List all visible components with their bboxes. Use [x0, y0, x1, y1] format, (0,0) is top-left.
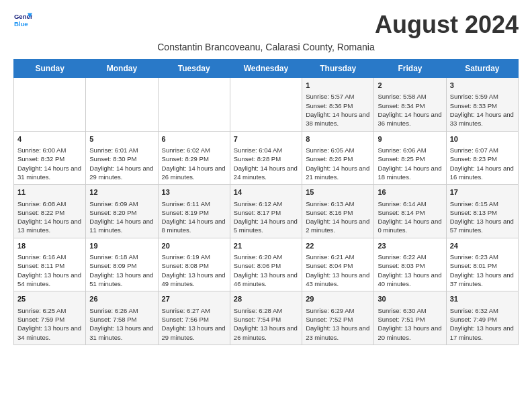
cell-info: Sunrise: 6:16 AM Sunset: 8:11 PM Dayligh… — [17, 253, 82, 288]
cell-info: Sunrise: 6:02 AM Sunset: 8:29 PM Dayligh… — [162, 146, 226, 181]
day-number: 16 — [378, 187, 442, 197]
weekday-header: Tuesday — [158, 60, 230, 78]
day-number: 10 — [450, 134, 515, 144]
day-number: 4 — [17, 134, 82, 144]
weekday-header: Friday — [374, 60, 446, 78]
svg-text:Blue: Blue — [14, 20, 28, 28]
calendar-table: SundayMondayTuesdayWednesdayThursdayFrid… — [13, 59, 519, 345]
calendar-cell: 29Sunrise: 6:29 AM Sunset: 7:52 PM Dayli… — [302, 291, 374, 345]
cell-info: Sunrise: 6:21 AM Sunset: 8:04 PM Dayligh… — [306, 253, 370, 288]
cell-info: Sunrise: 6:32 AM Sunset: 7:49 PM Dayligh… — [450, 306, 515, 342]
day-number: 30 — [378, 294, 442, 304]
cell-info: Sunrise: 6:08 AM Sunset: 8:22 PM Dayligh… — [17, 199, 82, 235]
calendar-cell: 3Sunrise: 5:59 AM Sunset: 8:33 PM Daylig… — [446, 78, 518, 132]
calendar-cell: 25Sunrise: 6:25 AM Sunset: 7:59 PM Dayli… — [14, 291, 86, 345]
calendar-cell: 14Sunrise: 6:12 AM Sunset: 8:17 PM Dayli… — [230, 185, 302, 238]
calendar-cell: 10Sunrise: 6:07 AM Sunset: 8:23 PM Dayli… — [446, 131, 518, 185]
calendar-cell: 18Sunrise: 6:16 AM Sunset: 8:11 PM Dayli… — [14, 238, 86, 291]
cell-info: Sunrise: 5:59 AM Sunset: 8:33 PM Dayligh… — [450, 92, 515, 128]
calendar-cell — [158, 78, 230, 132]
calendar-cell: 9Sunrise: 6:06 AM Sunset: 8:25 PM Daylig… — [374, 131, 446, 185]
cell-info: Sunrise: 6:12 AM Sunset: 8:17 PM Dayligh… — [234, 199, 298, 235]
calendar-cell: 16Sunrise: 6:14 AM Sunset: 8:14 PM Dayli… — [374, 185, 446, 238]
day-number: 20 — [162, 241, 226, 251]
calendar-cell: 1Sunrise: 5:57 AM Sunset: 8:36 PM Daylig… — [302, 78, 374, 132]
cell-info: Sunrise: 5:58 AM Sunset: 8:34 PM Dayligh… — [378, 92, 442, 128]
day-number: 22 — [306, 241, 370, 251]
cell-info: Sunrise: 6:22 AM Sunset: 8:03 PM Dayligh… — [378, 253, 442, 288]
cell-info: Sunrise: 6:19 AM Sunset: 8:08 PM Dayligh… — [162, 253, 226, 288]
cell-info: Sunrise: 6:05 AM Sunset: 8:26 PM Dayligh… — [306, 146, 370, 181]
day-number: 3 — [450, 81, 515, 91]
calendar-cell: 15Sunrise: 6:13 AM Sunset: 8:16 PM Dayli… — [302, 185, 374, 238]
day-number: 21 — [234, 241, 298, 251]
cell-info: Sunrise: 6:25 AM Sunset: 7:59 PM Dayligh… — [17, 306, 82, 342]
day-number: 19 — [89, 241, 154, 251]
calendar-cell: 22Sunrise: 6:21 AM Sunset: 8:04 PM Dayli… — [302, 238, 374, 291]
logo: General Blue — [13, 11, 32, 30]
day-number: 25 — [17, 294, 82, 304]
cell-info: Sunrise: 6:11 AM Sunset: 8:19 PM Dayligh… — [162, 199, 226, 235]
calendar-cell: 21Sunrise: 6:20 AM Sunset: 8:06 PM Dayli… — [230, 238, 302, 291]
day-number: 11 — [17, 187, 82, 197]
cell-info: Sunrise: 6:26 AM Sunset: 7:58 PM Dayligh… — [89, 306, 154, 342]
cell-info: Sunrise: 6:14 AM Sunset: 8:14 PM Dayligh… — [378, 199, 442, 235]
day-number: 1 — [306, 81, 370, 91]
cell-info: Sunrise: 6:23 AM Sunset: 8:01 PM Dayligh… — [450, 253, 515, 288]
day-number: 15 — [306, 187, 370, 197]
calendar-cell: 23Sunrise: 6:22 AM Sunset: 8:03 PM Dayli… — [374, 238, 446, 291]
calendar-cell: 27Sunrise: 6:27 AM Sunset: 7:56 PM Dayli… — [158, 291, 230, 345]
calendar-cell: 31Sunrise: 6:32 AM Sunset: 7:49 PM Dayli… — [446, 291, 518, 345]
day-number: 2 — [378, 81, 442, 91]
calendar-cell: 13Sunrise: 6:11 AM Sunset: 8:19 PM Dayli… — [158, 185, 230, 238]
calendar-cell: 17Sunrise: 6:15 AM Sunset: 8:13 PM Dayli… — [446, 185, 518, 238]
calendar-cell: 28Sunrise: 6:28 AM Sunset: 7:54 PM Dayli… — [230, 291, 302, 345]
day-number: 28 — [234, 294, 298, 304]
calendar-cell: 2Sunrise: 5:58 AM Sunset: 8:34 PM Daylig… — [374, 78, 446, 132]
page-title: August 2024 — [375, 11, 519, 39]
cell-info: Sunrise: 5:57 AM Sunset: 8:36 PM Dayligh… — [306, 92, 370, 128]
cell-info: Sunrise: 6:29 AM Sunset: 7:52 PM Dayligh… — [306, 306, 370, 342]
weekday-header: Wednesday — [230, 60, 302, 78]
cell-info: Sunrise: 6:13 AM Sunset: 8:16 PM Dayligh… — [306, 199, 370, 235]
calendar-cell: 24Sunrise: 6:23 AM Sunset: 8:01 PM Dayli… — [446, 238, 518, 291]
day-number: 8 — [306, 134, 370, 144]
calendar-cell: 7Sunrise: 6:04 AM Sunset: 8:28 PM Daylig… — [230, 131, 302, 185]
day-number: 13 — [162, 187, 226, 197]
calendar-cell: 4Sunrise: 6:00 AM Sunset: 8:32 PM Daylig… — [14, 131, 86, 185]
calendar-cell: 26Sunrise: 6:26 AM Sunset: 7:58 PM Dayli… — [86, 291, 158, 345]
calendar-cell: 30Sunrise: 6:30 AM Sunset: 7:51 PM Dayli… — [374, 291, 446, 345]
cell-info: Sunrise: 6:30 AM Sunset: 7:51 PM Dayligh… — [378, 306, 442, 342]
calendar-cell — [14, 78, 86, 132]
cell-info: Sunrise: 6:15 AM Sunset: 8:13 PM Dayligh… — [450, 199, 515, 235]
cell-info: Sunrise: 6:06 AM Sunset: 8:25 PM Dayligh… — [378, 146, 442, 181]
day-number: 17 — [450, 187, 515, 197]
calendar-cell: 11Sunrise: 6:08 AM Sunset: 8:22 PM Dayli… — [14, 185, 86, 238]
day-number: 18 — [17, 241, 82, 251]
calendar-cell: 8Sunrise: 6:05 AM Sunset: 8:26 PM Daylig… — [302, 131, 374, 185]
day-number: 23 — [378, 241, 442, 251]
day-number: 31 — [450, 294, 515, 304]
calendar-cell: 5Sunrise: 6:01 AM Sunset: 8:30 PM Daylig… — [86, 131, 158, 185]
calendar-cell — [230, 78, 302, 132]
day-number: 9 — [378, 134, 442, 144]
weekday-header: Sunday — [14, 60, 86, 78]
weekday-header: Saturday — [446, 60, 518, 78]
day-number: 29 — [306, 294, 370, 304]
calendar-cell — [86, 78, 158, 132]
calendar-cell: 19Sunrise: 6:18 AM Sunset: 8:09 PM Dayli… — [86, 238, 158, 291]
cell-info: Sunrise: 6:01 AM Sunset: 8:30 PM Dayligh… — [89, 146, 154, 181]
calendar-cell: 6Sunrise: 6:02 AM Sunset: 8:29 PM Daylig… — [158, 131, 230, 185]
calendar-cell: 20Sunrise: 6:19 AM Sunset: 8:08 PM Dayli… — [158, 238, 230, 291]
cell-info: Sunrise: 6:07 AM Sunset: 8:23 PM Dayligh… — [450, 146, 515, 181]
page-subtitle: Constantin Brancoveanu, Calarasi County,… — [13, 42, 519, 52]
cell-info: Sunrise: 6:09 AM Sunset: 8:20 PM Dayligh… — [89, 199, 154, 235]
day-number: 26 — [89, 294, 154, 304]
page-header: General Blue August 2024 — [13, 11, 519, 39]
day-number: 5 — [89, 134, 154, 144]
logo-icon: General Blue — [13, 11, 32, 30]
day-number: 12 — [89, 187, 154, 197]
day-number: 14 — [234, 187, 298, 197]
day-number: 27 — [162, 294, 226, 304]
cell-info: Sunrise: 6:00 AM Sunset: 8:32 PM Dayligh… — [17, 146, 82, 181]
